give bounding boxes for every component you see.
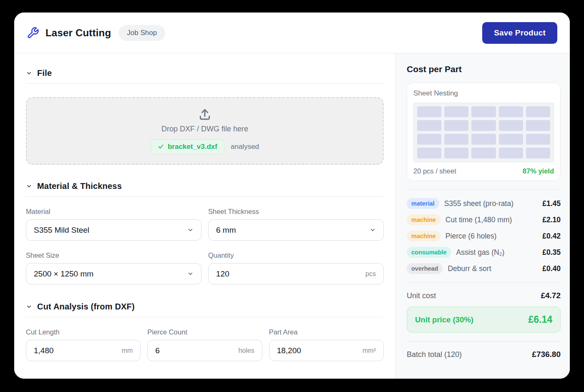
quantity-input[interactable]: 120 pcs (208, 263, 384, 284)
chevron-down-icon (26, 304, 32, 310)
cost-tag: consumable (407, 247, 451, 258)
nested-part (526, 120, 550, 131)
cut-length-label: Cut Length (26, 328, 141, 336)
sheet-nesting-title: Sheet Nesting (413, 89, 554, 98)
unit-price-box: Unit price (30%) £6.14 (407, 307, 561, 333)
file-name: bracket_v3.dxf (168, 143, 217, 151)
cost-item-row: material S355 sheet (pro-rata) £1.45 (407, 198, 561, 209)
nested-part (444, 148, 468, 158)
chevron-down-icon (26, 70, 32, 76)
file-dropzone[interactable]: Drop DXF / DWG file here bracket_v3.dxf … (26, 97, 384, 165)
part-area-input[interactable]: 18,200 mm² (269, 340, 384, 361)
main-panel: File Drop DXF / DWG file here bracket_v3… (14, 53, 395, 379)
cut-section-header[interactable]: Cut Analysis (from DXF) (26, 296, 384, 317)
nested-part (499, 120, 523, 131)
nested-part (471, 120, 496, 131)
chevron-down-icon (370, 227, 376, 233)
unit-cost-amount: £4.72 (541, 291, 561, 300)
batch-total-row: Batch total (120) £736.80 (407, 350, 561, 359)
nested-part (471, 148, 496, 158)
file-chip: bracket_v3.dxf (151, 139, 224, 154)
part-area-unit: mm² (362, 347, 376, 354)
material-section-header[interactable]: Material & Thickness (26, 176, 384, 196)
chevron-down-icon (187, 227, 194, 233)
divider (26, 83, 384, 84)
unit-price-label: Unit price (30%) (415, 315, 473, 324)
thickness-value: 6 mm (216, 226, 236, 235)
check-icon (158, 143, 164, 150)
cut-length-value: 1,480 (34, 346, 54, 355)
sheet-size-label: Sheet Size (26, 251, 201, 259)
quantity-value: 120 (216, 269, 229, 279)
cost-tag: material (407, 198, 439, 209)
dropzone-text: Drop DXF / DWG file here (161, 125, 248, 133)
save-product-button[interactable]: Save Product (482, 22, 557, 44)
nested-part (499, 106, 523, 117)
cost-item-row: overhead Deburr & sort £0.40 (407, 263, 561, 274)
cost-per-part-title: Cost per Part (407, 64, 561, 74)
cost-item-amount: £0.35 (542, 248, 561, 257)
cost-item-amount: £0.40 (542, 264, 561, 273)
nested-part (499, 134, 523, 145)
cut-section-title: Cut Analysis (from DXF) (37, 302, 135, 312)
nested-part (444, 120, 468, 131)
nesting-grid (413, 103, 554, 162)
chevron-down-icon (26, 183, 32, 189)
pierce-count-input[interactable]: 6 holes (147, 340, 262, 361)
upload-icon (198, 108, 211, 121)
divider (407, 341, 561, 342)
cost-tag: overhead (407, 263, 443, 274)
chevron-down-icon (187, 271, 194, 277)
batch-total-amount: £736.80 (532, 350, 561, 359)
pierce-count-label: Pierce Count (147, 328, 262, 336)
header: Laser Cutting Job Shop Save Product (14, 13, 570, 53)
nested-part (417, 148, 441, 158)
cost-tag: machine (407, 231, 441, 241)
material-label: Material (26, 208, 201, 216)
batch-total-label: Batch total (120) (407, 350, 462, 359)
nested-part (471, 134, 496, 145)
file-status: analysed (231, 143, 259, 151)
cost-item-amount: £0.42 (542, 232, 561, 241)
part-area-label: Part Area (269, 328, 384, 336)
cost-tag: machine (407, 214, 441, 225)
cost-item-label: Cut time (1,480 mm) (446, 216, 542, 224)
quantity-label: Quantity (208, 251, 384, 259)
app-window: Laser Cutting Job Shop Save Product File… (14, 13, 570, 379)
quantity-unit: pcs (365, 270, 376, 278)
job-shop-badge: Job Shop (118, 25, 165, 41)
wrench-icon (27, 27, 39, 39)
cost-item-row: machine Cut time (1,480 mm) £2.10 (407, 214, 561, 225)
nested-part (526, 134, 550, 145)
nested-part (499, 148, 523, 158)
file-section-title: File (37, 68, 52, 78)
pierce-count-value: 6 (155, 346, 160, 355)
unit-price-amount: £6.14 (528, 314, 552, 325)
part-area-value: 18,200 (277, 346, 301, 355)
cost-item-label: S355 sheet (pro-rata) (444, 199, 543, 208)
cost-item-label: Deburr & sort (448, 264, 542, 273)
pieces-per-sheet: 20 pcs / sheet (413, 167, 456, 175)
cut-length-input[interactable]: 1,480 mm (26, 340, 141, 361)
pierce-count-unit: holes (238, 347, 254, 354)
unit-cost-label: Unit cost (407, 291, 436, 300)
cost-item-amount: £2.10 (542, 216, 561, 224)
nested-part (471, 106, 496, 117)
sheet-size-select[interactable]: 2500 × 1250 mm (26, 263, 201, 284)
yield-badge: 87% yield (523, 167, 554, 175)
cost-sidebar: Cost per Part Sheet Nesting 20 pcs / she… (395, 53, 570, 379)
cost-item-row: machine Pierce (6 holes) £0.42 (407, 231, 561, 241)
cut-length-unit: mm (122, 347, 133, 354)
material-section-title: Material & Thickness (37, 181, 122, 191)
divider (407, 282, 561, 283)
unit-cost-row: Unit cost £4.72 (407, 291, 561, 300)
material-select[interactable]: S355 Mild Steel (26, 219, 201, 241)
nested-part (526, 148, 550, 158)
divider (407, 189, 561, 190)
thickness-select[interactable]: 6 mm (208, 219, 384, 241)
nested-part (444, 134, 468, 145)
thickness-label: Sheet Thickness (208, 208, 384, 216)
cost-item-amount: £1.45 (542, 199, 561, 208)
cost-item-label: Pierce (6 holes) (446, 232, 542, 241)
file-section-header[interactable]: File (26, 63, 384, 83)
